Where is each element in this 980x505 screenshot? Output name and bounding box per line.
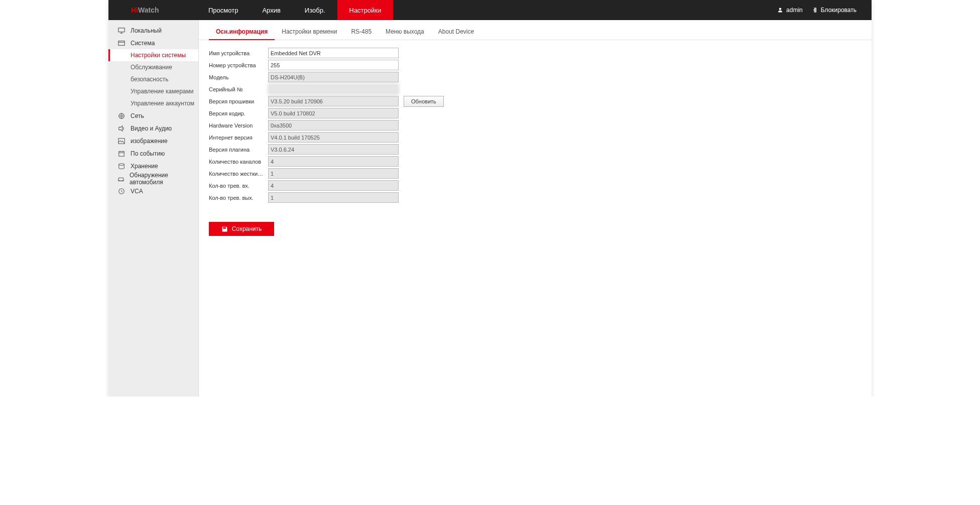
input-device-no[interactable] [268, 60, 399, 70]
sidebar-item-label: Система [131, 40, 155, 47]
sidebar-item-local[interactable]: Локальный [108, 24, 198, 37]
topnav-settings[interactable]: Настройки [337, 0, 394, 20]
storage-icon [117, 162, 126, 170]
top-nav: Просмотр Архив Изобр. Настройки [196, 0, 393, 20]
calendar-icon [117, 150, 126, 158]
lock-button[interactable]: Блокировать [812, 7, 856, 14]
car-icon [117, 175, 125, 183]
input-web-version [268, 132, 399, 143]
sidebar-item-vehicle[interactable]: Обнаружение автомобиля [108, 172, 198, 185]
label-enc-version: Версия кодир. [209, 110, 268, 116]
globe-icon [117, 112, 126, 120]
svg-rect-1 [118, 41, 125, 45]
label-hdds: Количество жестких дис... [209, 171, 268, 177]
brand-logo: HiWatch [108, 0, 196, 20]
vca-icon [117, 187, 126, 195]
tab-output-menu[interactable]: Меню выхода [379, 24, 431, 40]
sidebar-item-label: изображение [131, 138, 168, 145]
sidebar-item-network[interactable]: Сеть [108, 109, 198, 122]
label-channels: Количество каналов [209, 159, 268, 165]
label-serial: Серийный № [209, 86, 268, 92]
tab-rs485[interactable]: RS-485 [344, 24, 379, 40]
input-alarm-out [268, 192, 399, 203]
user-icon [777, 7, 783, 13]
tabs-bar: Осн.информация Настройки времени RS-485 … [199, 24, 872, 40]
topnav-image[interactable]: Изобр. [293, 0, 337, 20]
input-plugin-version [268, 144, 399, 155]
svg-rect-3 [118, 138, 125, 144]
label-web-version: Интернет версия [209, 135, 268, 141]
sidebar-item-label: Видео и Аудио [131, 125, 172, 132]
tab-basic-info[interactable]: Осн.информация [209, 24, 275, 40]
sidebar-sub-maintenance[interactable]: Обслуживание [108, 61, 198, 73]
top-bar: HiWatch Просмотр Архив Изобр. Настройки … [108, 0, 872, 20]
label-device-name: Имя устройства [209, 50, 268, 56]
topbar-right: admin Блокировать [777, 0, 872, 20]
svg-rect-0 [118, 28, 125, 32]
input-channels [268, 156, 399, 167]
image-icon [117, 137, 126, 145]
sidebar-sub-account-mgmt[interactable]: Управление аккаунтом [108, 97, 198, 109]
label-fw-version: Версия прошивки [209, 98, 268, 104]
brand-hi: Hi [131, 6, 138, 14]
av-icon [117, 124, 126, 133]
sidebar-item-image[interactable]: изображение [108, 135, 198, 147]
sidebar-item-label: По событию [131, 150, 165, 157]
input-hdds [268, 168, 399, 179]
svg-point-6 [119, 180, 120, 181]
sidebar-item-av[interactable]: Видео и Аудио [108, 122, 198, 135]
svg-point-5 [119, 163, 125, 165]
device-info-form: Имя устройства Номер устройства Модель С… [199, 40, 872, 243]
label-model: Модель [209, 74, 268, 80]
input-device-name[interactable] [268, 48, 399, 58]
user-name: admin [786, 7, 803, 14]
tab-time-settings[interactable]: Настройки времени [275, 24, 344, 40]
sidebar-item-label: Локальный [131, 27, 162, 34]
topnav-archive[interactable]: Архив [250, 0, 292, 20]
sidebar-item-label: Хранение [131, 163, 158, 170]
sidebar-sub-security[interactable]: безопасность [108, 73, 198, 85]
input-alarm-in [268, 180, 399, 191]
sidebar-item-label: VCA [131, 188, 143, 195]
sidebar-item-label: Обнаружение автомобиля [130, 172, 193, 186]
system-icon [117, 39, 126, 47]
lock-label: Блокировать [821, 7, 856, 14]
label-device-no: Номер устройства [209, 62, 268, 68]
sidebar-sub-camera-mgmt[interactable]: Управление камерами [108, 85, 198, 97]
brand-watch: Watch [138, 6, 159, 14]
logout-icon [812, 7, 818, 13]
save-icon [221, 226, 228, 232]
input-enc-version [268, 108, 399, 118]
svg-point-7 [122, 180, 123, 181]
sidebar-sub-system-settings[interactable]: Настройки системы [108, 49, 198, 61]
label-alarm-in: Кол-во трев. вх. [209, 183, 268, 189]
input-fw-version [268, 96, 399, 106]
sidebar-item-system[interactable]: Система [108, 37, 198, 49]
input-serial [268, 84, 399, 94]
sidebar-item-label: Сеть [131, 112, 144, 119]
label-alarm-out: Кол-во трев. вых. [209, 195, 268, 201]
sidebar-item-vca[interactable]: VCA [108, 185, 198, 197]
sidebar: Локальный Система Настройки системы Обсл… [108, 20, 199, 397]
user-menu[interactable]: admin [777, 7, 803, 14]
topnav-preview[interactable]: Просмотр [196, 0, 250, 20]
monitor-icon [117, 27, 126, 35]
tab-about-device[interactable]: About Device [431, 24, 481, 40]
save-label: Сохранить [232, 225, 262, 232]
svg-rect-4 [119, 151, 125, 156]
sidebar-item-storage[interactable]: Хранение [108, 160, 198, 172]
sidebar-item-event[interactable]: По событию [108, 147, 198, 160]
label-hw-version: Hardware Version [209, 122, 268, 129]
input-model [268, 72, 399, 82]
input-hw-version [268, 120, 399, 131]
save-button[interactable]: Сохранить [209, 222, 274, 236]
content-area: Осн.информация Настройки времени RS-485 … [199, 20, 872, 397]
label-plugin-version: Версия плагина [209, 147, 268, 153]
update-button[interactable]: Обновить [404, 96, 444, 107]
